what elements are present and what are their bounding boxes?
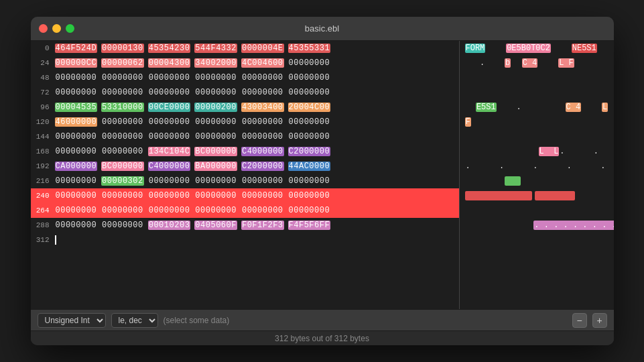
hex-group: 00000302 [101, 176, 144, 186]
hex-group: 00000000 [148, 117, 191, 127]
hex-group: 00000000 [288, 206, 331, 215]
list-item [460, 70, 614, 85]
type-selector[interactable]: Unsigned Int [38, 313, 106, 328]
ascii-segment [465, 103, 476, 112]
hex-group: 00000000 [101, 73, 144, 82]
hex-group: 00000000 [148, 132, 191, 141]
hex-bytes: 00000000 00000000 00010203 0405060F F0F1… [55, 221, 456, 230]
hex-group: CA000000 [55, 162, 98, 171]
select-hint: (select some data) [164, 316, 230, 325]
hex-bytes: 00004535 53310000 00CE0000 00000200 4300… [55, 103, 456, 112]
window-title: basic.ebl [305, 23, 339, 34]
close-button[interactable] [39, 24, 48, 33]
hex-bytes: 00000000 00000000 134C104C BC000000 C400… [55, 147, 456, 156]
hex-group: F4F5F6FF [288, 221, 331, 230]
hex-group: 000000CC [55, 58, 98, 68]
hex-group: BA000000 [194, 162, 237, 171]
hex-bytes: CA000000 BC000000 C4000000 BA000000 C200… [55, 162, 456, 171]
hex-bytes [55, 235, 456, 245]
maximize-button[interactable] [66, 24, 74, 33]
hex-bytes: 00000000 00000000 00000000 00000000 0000… [55, 191, 456, 200]
table-row[interactable]: 240 00000000 00000000 00000000 00000000 … [31, 188, 459, 203]
minimize-button[interactable] [52, 24, 61, 33]
row-address: 120 [34, 118, 55, 126]
hex-group: 00000000 [288, 117, 331, 127]
table-row[interactable]: 312 [31, 233, 459, 247]
hex-group: 00000000 [194, 132, 237, 141]
list-item [460, 129, 614, 144]
hex-group: 00000000 [101, 191, 144, 200]
plus-button[interactable]: + [592, 313, 607, 328]
minus-button[interactable]: − [572, 313, 587, 328]
hex-group: 00000000 [194, 176, 237, 186]
hex-group: 00000000 [55, 88, 98, 97]
row-address: 96 [34, 103, 55, 111]
table-row[interactable]: 72 00000000 00000000 00000000 00000000 0… [31, 85, 459, 100]
list-item [460, 203, 614, 218]
ascii-segment: L L [539, 147, 560, 156]
table-row[interactable]: 168 00000000 00000000 134C104C BC000000 … [31, 144, 459, 159]
hex-panel[interactable]: 0 464F524D 00000130 45354230 544F4332 00… [31, 41, 460, 309]
row-address: 144 [34, 133, 55, 141]
hex-group: 00000000 [288, 176, 331, 186]
table-row[interactable]: 288 00000000 00000000 00010203 0405060F … [31, 218, 459, 233]
hex-group: 00CE0000 [148, 103, 191, 112]
table-row[interactable]: 216 00000000 00000302 00000000 00000000 … [31, 174, 459, 188]
table-row[interactable]: 48 00000000 00000000 00000000 00000000 0… [31, 70, 459, 85]
hex-group: 0000004E [241, 44, 284, 53]
hex-group: 00000000 [241, 191, 284, 200]
hex-group: C4000000 [241, 147, 284, 156]
hex-group: 0405060F [194, 221, 237, 230]
hex-group: 00000000 [55, 176, 98, 186]
hex-group: 46000000 [55, 117, 98, 127]
table-row[interactable]: 120 46000000 00000000 00000000 00000000 … [31, 115, 459, 129]
hex-bytes: 00000000 00000000 00000000 00000000 0000… [55, 88, 456, 97]
row-address: 192 [34, 162, 55, 170]
hex-group: 00000000 [55, 132, 98, 141]
hex-bytes: 46000000 00000000 00000000 00000000 0000… [55, 117, 456, 127]
ascii-segment [551, 44, 572, 53]
table-row[interactable]: 192 CA000000 BC000000 C4000000 BA000000 … [31, 159, 459, 174]
hex-group: 00000000 [55, 206, 98, 215]
row-address: 48 [34, 74, 55, 82]
row-address: 240 [34, 192, 55, 200]
list-item: E5S1 . C 4 L [460, 100, 614, 115]
ascii-segment: C 4 [522, 58, 538, 68]
row-address: 72 [34, 88, 55, 97]
ascii-segment: E5S1 [476, 103, 497, 112]
hex-group: 53310000 [101, 103, 144, 112]
ascii-segment [485, 44, 506, 53]
ascii-segment [465, 176, 505, 186]
ascii-panel[interactable]: FORM 0E5B0T0C2 NE5S1 . b C 4 L F [460, 41, 614, 309]
hex-group: C2000000 [288, 147, 331, 156]
hex-group: 00000000 [101, 117, 144, 127]
table-row[interactable]: 264 00000000 00000000 00000000 00000000 … [31, 203, 459, 218]
hex-group: 00000000 [148, 88, 191, 97]
ascii-segment [465, 147, 539, 156]
table-row[interactable]: 96 00004535 53310000 00CE0000 00000200 4… [31, 100, 459, 115]
hex-bytes: 00000000 00000000 00000000 00000000 0000… [55, 206, 456, 215]
hex-bytes: 00000000 00000000 00000000 00000000 0000… [55, 73, 456, 82]
table-row[interactable]: 144 00000000 00000000 00000000 00000000 … [31, 129, 459, 144]
ascii-segment [581, 103, 602, 112]
list-item [460, 233, 614, 247]
encoding-selector[interactable]: le, dec [111, 313, 158, 328]
hex-group: C2000000 [241, 162, 284, 171]
hex-group: 00000000 [241, 117, 284, 127]
hex-group: 00000000 [148, 206, 191, 215]
hex-group: 00000000 [194, 206, 237, 215]
list-item [460, 85, 614, 100]
content-area: 0 464F524D 00000130 45354230 544F4332 00… [31, 41, 614, 309]
hex-group: F0F1F2F3 [241, 221, 284, 230]
bottom-toolbar: Unsigned Int le, dec (select some data) … [31, 309, 614, 330]
titlebar: basic.ebl [31, 17, 614, 41]
hex-group: 4C004600 [241, 58, 284, 68]
list-item: FORM 0E5B0T0C2 NE5S1 [460, 41, 614, 56]
hex-group: 00000000 [101, 147, 144, 156]
status-bar: 312 bytes out of 312 bytes [31, 330, 614, 345]
ascii-segment: FORM [465, 44, 486, 53]
hex-group: C4000000 [148, 162, 191, 171]
hex-group: 00000000 [241, 88, 284, 97]
table-row[interactable]: 24 000000CC 00000062 00004300 34002000 4… [31, 56, 459, 70]
table-row[interactable]: 0 464F524D 00000130 45354230 544F4332 00… [31, 41, 459, 56]
